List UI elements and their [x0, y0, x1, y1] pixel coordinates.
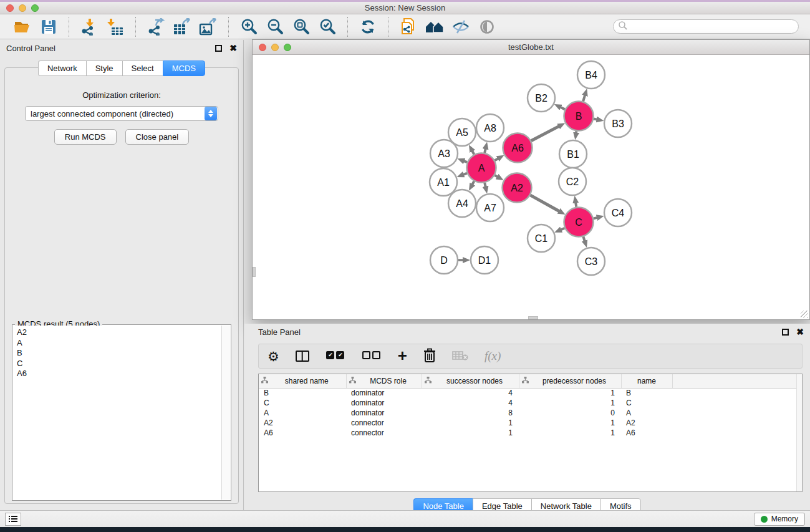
- mcds-result-item[interactable]: A6: [17, 369, 218, 379]
- save-session-button[interactable]: [39, 17, 59, 37]
- node-D1[interactable]: D1: [471, 246, 498, 274]
- refresh-button[interactable]: [358, 17, 378, 37]
- cell-shared-name[interactable]: A6: [259, 428, 346, 438]
- close-panel-icon[interactable]: ✖: [229, 44, 237, 52]
- network-view-window[interactable]: testGlobe.txt B4B2BB3A8A5A6A3B1AC2A1A2A4…: [252, 39, 810, 320]
- cell-name[interactable]: C: [621, 398, 672, 408]
- cell-successor-nodes[interactable]: 4: [422, 388, 519, 398]
- table-row[interactable]: Adominator80A: [259, 408, 802, 418]
- cell-shared-name[interactable]: B: [259, 388, 346, 398]
- edge-A-A6[interactable]: [494, 158, 498, 160]
- node-A7[interactable]: A7: [476, 194, 504, 221]
- cell-successor-nodes[interactable]: 4: [422, 398, 519, 408]
- column-header-shared-name[interactable]: shared name: [259, 374, 346, 388]
- column-header-predecessor-nodes[interactable]: predecessor nodes: [519, 374, 621, 388]
- node-C2[interactable]: C2: [559, 168, 586, 195]
- node-B1[interactable]: B1: [559, 140, 587, 168]
- cell-successor-nodes[interactable]: 1: [422, 418, 519, 428]
- column-header-MCDS-role[interactable]: MCDS role: [346, 374, 422, 388]
- edge-A2-C[interactable]: [530, 195, 559, 211]
- edge-A-A5[interactable]: [472, 151, 474, 155]
- cell-MCDS-role[interactable]: dominator: [346, 408, 422, 418]
- select-all-rows-button[interactable]: [325, 347, 345, 365]
- canvas-horizontal-scroll-thumb[interactable]: [528, 316, 538, 319]
- network-canvas[interactable]: B4B2BB3A8A5A6A3B1AC2A1A2A4A7C4CC1DD1C3: [253, 55, 809, 319]
- import-table-button[interactable]: [105, 17, 125, 37]
- cell-predecessor-nodes[interactable]: 0: [519, 408, 621, 418]
- node-B[interactable]: B: [564, 102, 594, 131]
- zoom-selected-button[interactable]: [317, 17, 337, 37]
- mcds-list-scrollbar[interactable]: [221, 326, 230, 500]
- show-columns-button[interactable]: [296, 347, 309, 365]
- cell-name[interactable]: B: [621, 388, 672, 398]
- edge-A-A3[interactable]: [464, 161, 467, 162]
- node-D[interactable]: D: [430, 246, 458, 274]
- table-row[interactable]: A6connector11A6: [259, 428, 802, 438]
- run-mcds-button[interactable]: Run MCDS: [54, 129, 117, 145]
- cell-shared-name[interactable]: C: [259, 398, 346, 408]
- column-header-name[interactable]: name: [621, 374, 672, 388]
- export-image-button[interactable]: [198, 17, 218, 37]
- function-builder-button[interactable]: f(x): [485, 347, 501, 365]
- column-header-successor-nodes[interactable]: successor nodes: [422, 374, 519, 388]
- duplicate-network-button[interactable]: [398, 17, 418, 37]
- show-eye-button[interactable]: [477, 17, 497, 37]
- delete-column-button[interactable]: [423, 347, 436, 365]
- hide-eye-button[interactable]: [451, 17, 471, 37]
- zoom-fit-button[interactable]: [291, 17, 311, 37]
- edge-A-A1[interactable]: [463, 173, 467, 175]
- node-A1[interactable]: A1: [430, 168, 457, 196]
- edge-B-B2[interactable]: [561, 107, 565, 110]
- edge-A-A7[interactable]: [485, 183, 485, 187]
- cell-predecessor-nodes[interactable]: 1: [519, 388, 621, 398]
- export-network-button[interactable]: [146, 17, 166, 37]
- table-row[interactable]: Cdominator41C: [259, 398, 802, 408]
- mcds-result-list[interactable]: A2ABCA6: [13, 326, 221, 500]
- mcds-result-item[interactable]: B: [17, 348, 218, 359]
- mcds-result-item[interactable]: A: [17, 338, 218, 349]
- open-session-button[interactable]: [12, 17, 32, 37]
- zoom-out-button[interactable]: [265, 17, 285, 37]
- tab-mcds[interactable]: MCDS: [163, 60, 205, 76]
- search-input[interactable]: [613, 19, 799, 34]
- cell-name[interactable]: A2: [621, 418, 672, 428]
- table-scrollbar[interactable]: [796, 374, 802, 491]
- float-panel-icon[interactable]: [215, 45, 222, 52]
- edge-A-A8[interactable]: [485, 148, 485, 153]
- edge-C-C3[interactable]: [583, 236, 584, 241]
- cell-MCDS-role[interactable]: connector: [346, 418, 422, 428]
- network-window-titlebar[interactable]: testGlobe.txt: [253, 40, 809, 55]
- cell-successor-nodes[interactable]: 1: [422, 428, 519, 438]
- node-B2[interactable]: B2: [528, 84, 555, 112]
- add-column-button[interactable]: +: [398, 347, 407, 365]
- export-table-button[interactable]: [172, 17, 192, 37]
- node-A8[interactable]: A8: [476, 114, 504, 142]
- cell-predecessor-nodes[interactable]: 1: [519, 418, 621, 428]
- table-settings-button[interactable]: ⚙: [268, 347, 279, 365]
- node-A4[interactable]: A4: [448, 190, 476, 217]
- tab-style[interactable]: Style: [86, 60, 122, 76]
- node-C3[interactable]: C3: [577, 248, 605, 275]
- cell-filler[interactable]: [672, 408, 802, 418]
- tab-select[interactable]: Select: [122, 60, 163, 76]
- window-resize-grip[interactable]: [801, 311, 808, 318]
- cell-predecessor-nodes[interactable]: 1: [519, 428, 621, 438]
- edge-C-C2[interactable]: [576, 203, 576, 207]
- cell-name[interactable]: A: [621, 408, 672, 418]
- cell-MCDS-role[interactable]: dominator: [346, 388, 422, 398]
- close-panel-button[interactable]: Close panel: [125, 129, 190, 145]
- cell-successor-nodes[interactable]: 8: [422, 408, 519, 418]
- node-B3[interactable]: B3: [604, 110, 632, 137]
- node-C4[interactable]: C4: [604, 199, 632, 226]
- cell-MCDS-role[interactable]: dominator: [346, 398, 422, 408]
- node-C1[interactable]: C1: [528, 225, 555, 252]
- delete-table-button[interactable]: [452, 347, 468, 365]
- node-B4[interactable]: B4: [577, 61, 605, 89]
- network-graph[interactable]: B4B2BB3A8A5A6A3B1AC2A1A2A4A7C4CC1DD1C3: [253, 55, 809, 319]
- memory-button[interactable]: Memory: [754, 513, 805, 526]
- cell-predecessor-nodes[interactable]: 1: [519, 398, 621, 408]
- mcds-result-item[interactable]: A2: [17, 327, 218, 338]
- cell-MCDS-role[interactable]: connector: [346, 428, 422, 438]
- node-C[interactable]: C: [564, 208, 594, 237]
- cell-shared-name[interactable]: A2: [259, 418, 346, 428]
